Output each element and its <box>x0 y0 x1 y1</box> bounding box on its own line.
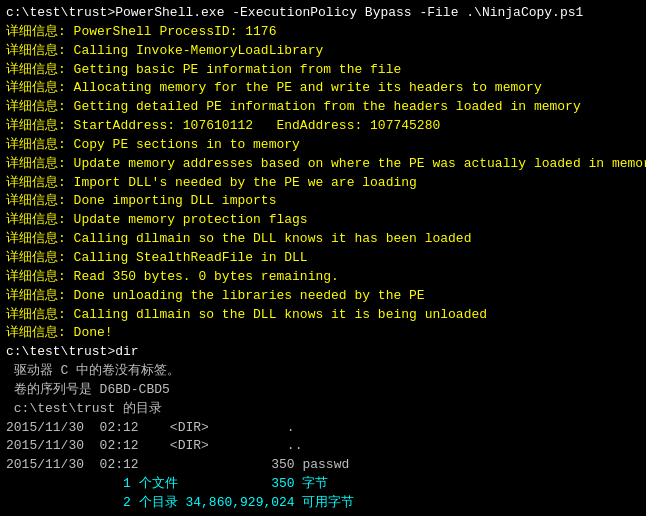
terminal-line: 详细信息: Calling Invoke-MemoryLoadLibrary <box>6 42 640 61</box>
terminal-line: 详细信息: Calling StealthReadFile in DLL <box>6 249 640 268</box>
terminal-line: 详细信息: Calling dllmain so the DLL knows i… <box>6 230 640 249</box>
terminal-line: 2015/11/30 02:12 <DIR> .. <box>6 437 640 456</box>
terminal-line: 详细信息: Done unloading the libraries neede… <box>6 287 640 306</box>
terminal-line: 2 个目录 34,860,929,024 可用字节 <box>6 494 640 513</box>
terminal-line: 2015/11/30 02:12 <DIR> . <box>6 419 640 438</box>
terminal-line: 详细信息: Getting detailed PE information fr… <box>6 98 640 117</box>
terminal-line: 详细信息: Copy PE sections in to memory <box>6 136 640 155</box>
terminal-line: 2015/11/30 02:12 350 passwd <box>6 456 640 475</box>
terminal-line: 详细信息: Read 350 bytes. 0 bytes remaining. <box>6 268 640 287</box>
terminal-line: c:\test\trust>dir <box>6 343 640 362</box>
terminal-line: 卷的序列号是 D6BD-CBD5 <box>6 381 640 400</box>
terminal-line: 详细信息: Done! <box>6 324 640 343</box>
terminal-line: 详细信息: Allocating memory for the PE and w… <box>6 79 640 98</box>
terminal-line: c:\test\trust>PowerShell.exe -ExecutionP… <box>6 4 640 23</box>
terminal-line: 1 个文件 350 字节 <box>6 475 640 494</box>
terminal-line: 详细信息: Import DLL's needed by the PE we a… <box>6 174 640 193</box>
terminal-line: 详细信息: Update memory addresses based on w… <box>6 155 640 174</box>
terminal-line: 详细信息: Done importing DLL imports <box>6 192 640 211</box>
terminal-line: 详细信息: StartAddress: 107610112 EndAddress… <box>6 117 640 136</box>
terminal-line: 详细信息: PowerShell ProcessID: 1176 <box>6 23 640 42</box>
terminal-line: 详细信息: Update memory protection flags <box>6 211 640 230</box>
terminal-line: c:\test\trust 的目录 <box>6 400 640 419</box>
terminal-line: 详细信息: Getting basic PE information from … <box>6 61 640 80</box>
terminal-line: 详细信息: Calling dllmain so the DLL knows i… <box>6 306 640 325</box>
terminal-window: c:\test\trust>PowerShell.exe -ExecutionP… <box>0 0 646 516</box>
terminal-line: 驱动器 C 中的卷没有标签。 <box>6 362 640 381</box>
